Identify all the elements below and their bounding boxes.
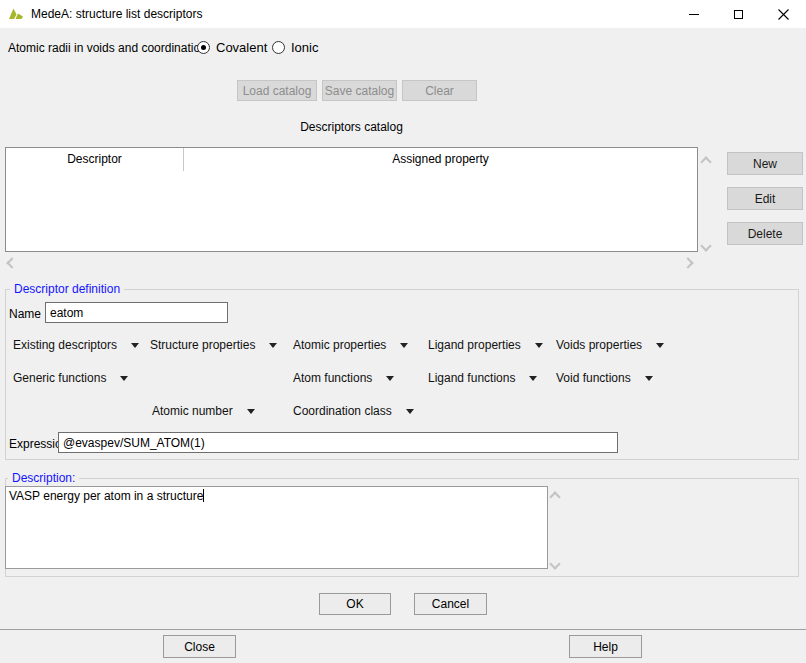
dropdown-arrow-icon (400, 343, 408, 348)
ligand-properties-menu[interactable]: Ligand properties (428, 338, 543, 352)
atomic-number-menu[interactable]: Atomic number (152, 404, 255, 418)
text-caret (203, 489, 204, 502)
maximize-button[interactable] (716, 0, 761, 28)
ok-button[interactable]: OK (319, 593, 391, 615)
save-catalog-button[interactable]: Save catalog (322, 80, 397, 101)
minimize-icon (689, 14, 699, 15)
ligand-functions-menu[interactable]: Ligand functions (428, 371, 537, 385)
dropdown-arrow-icon (656, 343, 664, 348)
window-controls (671, 0, 806, 28)
atomic-radii-label: Atomic radii in voids and coordination (8, 41, 207, 55)
column-header-descriptor[interactable]: Descriptor (6, 148, 184, 171)
name-label: Name : (9, 307, 48, 321)
description-text: VASP energy per atom in a structure (9, 489, 203, 503)
bottom-separator (0, 629, 806, 630)
cancel-button[interactable]: Cancel (414, 593, 487, 615)
new-button[interactable]: New (727, 152, 803, 175)
close-icon (778, 9, 789, 20)
descriptor-definition-title: Descriptor definition (10, 282, 124, 296)
dialog-window: MedeA: structure list descriptors Atomic… (0, 0, 806, 663)
voids-properties-menu[interactable]: Voids properties (556, 338, 664, 352)
dropdown-arrow-icon (645, 376, 653, 381)
close-dialog-button[interactable]: Close (163, 635, 236, 658)
window-title: MedeA: structure list descriptors (31, 7, 202, 21)
dropdown-arrow-icon (529, 376, 537, 381)
scroll-left-icon[interactable] (6, 257, 17, 268)
delete-button[interactable]: Delete (727, 222, 803, 245)
atomic-properties-menu[interactable]: Atomic properties (293, 338, 408, 352)
help-button[interactable]: Help (569, 635, 642, 658)
close-button[interactable] (761, 0, 806, 28)
dropdown-arrow-icon (131, 343, 139, 348)
dropdown-arrow-icon (386, 376, 394, 381)
scroll-down-icon[interactable] (700, 240, 711, 251)
descriptors-catalog-title: Descriptors catalog (5, 120, 698, 134)
structure-properties-menu[interactable]: Structure properties (150, 338, 277, 352)
name-input[interactable] (45, 302, 228, 323)
dropdown-arrow-icon (247, 409, 255, 414)
description-textarea[interactable]: VASP energy per atom in a structure (5, 486, 548, 569)
existing-descriptors-menu[interactable]: Existing descriptors (13, 338, 139, 352)
radio-covalent[interactable] (197, 41, 210, 54)
medea-logo-icon (8, 6, 24, 22)
edit-button[interactable]: Edit (727, 187, 803, 210)
descriptors-catalog-table[interactable]: Descriptor Assigned property (5, 147, 698, 252)
radio-ionic[interactable] (272, 41, 285, 54)
dropdown-arrow-icon (120, 376, 128, 381)
void-functions-menu[interactable]: Void functions (556, 371, 653, 385)
minimize-button[interactable] (671, 0, 716, 28)
radio-covalent-label[interactable]: Covalent (216, 40, 267, 55)
dropdown-arrow-icon (269, 343, 277, 348)
radio-ionic-label[interactable]: Ionic (291, 40, 318, 55)
dropdown-arrow-icon (535, 343, 543, 348)
title-bar[interactable]: MedeA: structure list descriptors (0, 0, 806, 28)
dropdown-arrow-icon (406, 409, 414, 414)
column-header-assigned-property[interactable]: Assigned property (184, 148, 697, 171)
clear-button[interactable]: Clear (402, 80, 477, 101)
scroll-up-icon[interactable] (700, 156, 711, 167)
scroll-right-icon[interactable] (682, 257, 693, 268)
maximize-icon (734, 10, 743, 19)
atom-functions-menu[interactable]: Atom functions (293, 371, 394, 385)
generic-functions-menu[interactable]: Generic functions (13, 371, 128, 385)
description-title: Description: (8, 471, 79, 485)
expression-input[interactable] (58, 432, 618, 453)
load-catalog-button[interactable]: Load catalog (237, 80, 317, 101)
coordination-class-menu[interactable]: Coordination class (293, 404, 414, 418)
